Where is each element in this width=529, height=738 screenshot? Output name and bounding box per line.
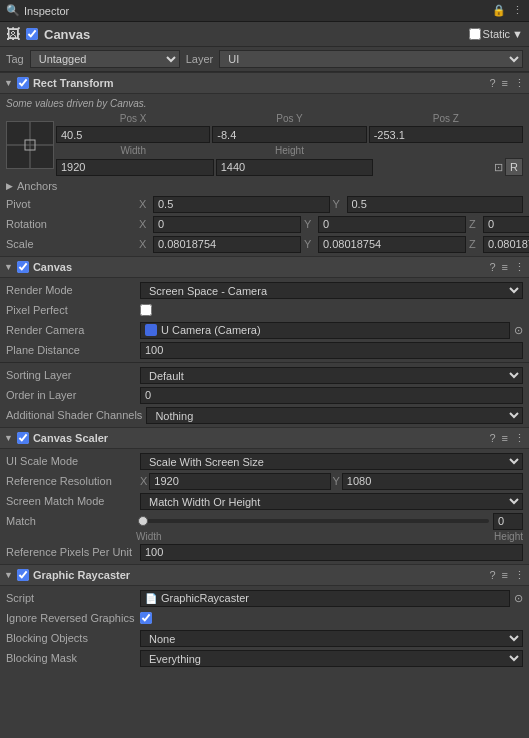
pick-icon[interactable]: ⊙ bbox=[514, 324, 523, 337]
scale-x-input[interactable] bbox=[153, 236, 301, 253]
graphic-raycaster-help-icon[interactable]: ? bbox=[489, 569, 495, 582]
script-value: GraphicRaycaster bbox=[161, 592, 249, 604]
match-slider-track[interactable] bbox=[140, 519, 489, 523]
settings-icon[interactable]: ⋮ bbox=[514, 77, 525, 90]
rot-z-key: Z bbox=[469, 218, 481, 230]
help-icon[interactable]: ? bbox=[489, 77, 495, 90]
canvas-scaler-section-header[interactable]: ▼ Canvas Scaler ? ≡ ⋮ bbox=[0, 427, 529, 449]
additional-shader-dropdown[interactable]: Nothing bbox=[146, 407, 523, 424]
sorting-layer-dropdown[interactable]: Default bbox=[140, 367, 523, 384]
match-label: Match bbox=[6, 515, 136, 527]
order-in-layer-label: Order in Layer bbox=[6, 389, 136, 401]
scale-z-input[interactable] bbox=[483, 236, 529, 253]
rect-transform-props: Some values driven by Canvas. Pos X Pos … bbox=[0, 94, 529, 256]
height-input[interactable] bbox=[216, 159, 374, 176]
canvas-scaler-settings-icon[interactable]: ⋮ bbox=[514, 432, 525, 445]
rect-transform-section-header[interactable]: ▼ Rect Transform ? ≡ ⋮ bbox=[0, 72, 529, 94]
canvas-section-header[interactable]: ▼ Canvas ? ≡ ⋮ bbox=[0, 256, 529, 278]
pivot-y-input[interactable] bbox=[347, 196, 524, 213]
static-checkbox[interactable] bbox=[469, 28, 481, 40]
screen-match-mode-dropdown[interactable]: Match Width Or Height bbox=[140, 493, 523, 510]
pivot-row: Pivot X Y bbox=[0, 194, 529, 214]
blocking-mask-dropdown[interactable]: Everything bbox=[140, 650, 523, 667]
object-icon: 🖼 bbox=[6, 26, 20, 42]
ignore-reversed-checkbox[interactable] bbox=[140, 612, 152, 624]
rect-transform-enabled-checkbox[interactable] bbox=[17, 77, 29, 89]
tag-dropdown[interactable]: Untagged bbox=[30, 50, 180, 68]
graphic-raycaster-presets-icon[interactable]: ≡ bbox=[502, 569, 508, 582]
width-input[interactable] bbox=[56, 159, 214, 176]
rot-z-input[interactable] bbox=[483, 216, 529, 233]
pivot-x-input[interactable] bbox=[153, 196, 330, 213]
canvas-presets-icon[interactable]: ≡ bbox=[502, 261, 508, 274]
rot-y-item: Y bbox=[304, 216, 466, 233]
graphic-raycaster-enabled-checkbox[interactable] bbox=[17, 569, 29, 581]
anchor-svg bbox=[7, 122, 53, 168]
anchors-row[interactable]: ▶ Anchors bbox=[0, 178, 529, 194]
object-enabled-checkbox[interactable] bbox=[26, 28, 38, 40]
screen-match-mode-label: Screen Match Mode bbox=[6, 495, 136, 507]
title-bar-icons: 🔒 ⋮ bbox=[492, 4, 523, 17]
match-slider-thumb[interactable] bbox=[138, 516, 148, 526]
rot-x-input[interactable] bbox=[153, 216, 301, 233]
layer-dropdown[interactable]: UI bbox=[219, 50, 523, 68]
ignore-reversed-row: Ignore Reversed Graphics bbox=[0, 608, 529, 628]
script-field: 📄 GraphicRaycaster bbox=[140, 590, 510, 607]
r-button[interactable]: R bbox=[505, 158, 523, 176]
static-toggle[interactable]: Static ▼ bbox=[469, 28, 523, 40]
scale-z-item: Z bbox=[469, 236, 529, 253]
menu-icon[interactable]: ⋮ bbox=[512, 4, 523, 17]
reference-pixels-input[interactable] bbox=[140, 544, 523, 561]
script-pick-icon[interactable]: ⊙ bbox=[514, 592, 523, 605]
rect-transform-icons: ? ≡ ⋮ bbox=[489, 77, 525, 90]
pivot-y-key: Y bbox=[333, 198, 345, 210]
height-header: Height bbox=[212, 145, 366, 156]
r-button-placeholder bbox=[369, 145, 523, 156]
pos-x-header: Pos X bbox=[56, 113, 210, 124]
additional-shader-label: Additional Shader Channels bbox=[6, 409, 142, 421]
graphic-raycaster-title: Graphic Raycaster bbox=[33, 569, 486, 581]
rot-x-key: X bbox=[139, 218, 151, 230]
match-value-input[interactable] bbox=[493, 513, 523, 530]
static-dropdown-arrow[interactable]: ▼ bbox=[512, 28, 523, 40]
blocking-mask-row: Blocking Mask Everything bbox=[0, 648, 529, 668]
ref-res-y-input[interactable] bbox=[342, 473, 523, 490]
static-label: Static bbox=[483, 28, 511, 40]
scale-y-input[interactable] bbox=[318, 236, 466, 253]
graphic-raycaster-props: Script 📄 GraphicRaycaster ⊙ Ignore Rever… bbox=[0, 586, 529, 670]
canvas-scaler-enabled-checkbox[interactable] bbox=[17, 432, 29, 444]
ref-res-x-input[interactable] bbox=[149, 473, 330, 490]
pos-y-input[interactable] bbox=[212, 126, 366, 143]
script-label: Script bbox=[6, 592, 136, 604]
canvas-help-icon[interactable]: ? bbox=[489, 261, 495, 274]
canvas-scaler-icons: ? ≡ ⋮ bbox=[489, 432, 525, 445]
canvas-scaler-presets-icon[interactable]: ≡ bbox=[502, 432, 508, 445]
graphic-raycaster-settings-icon[interactable]: ⋮ bbox=[514, 569, 525, 582]
ui-scale-mode-label: UI Scale Mode bbox=[6, 455, 136, 467]
reference-pixels-label: Reference Pixels Per Unit bbox=[6, 546, 136, 558]
graphic-raycaster-collapse-icon: ▼ bbox=[4, 570, 13, 580]
ui-scale-mode-row: UI Scale Mode Scale With Screen Size bbox=[0, 451, 529, 471]
pos-z-input[interactable] bbox=[369, 126, 523, 143]
width-header: Width bbox=[56, 145, 210, 156]
canvas-settings-icon[interactable]: ⋮ bbox=[514, 261, 525, 274]
graphic-raycaster-section-header[interactable]: ▼ Graphic Raycaster ? ≡ ⋮ bbox=[0, 564, 529, 586]
rot-y-key: Y bbox=[304, 218, 316, 230]
lock-icon[interactable]: 🔒 bbox=[492, 4, 506, 17]
render-camera-value: U Camera (Camera) bbox=[161, 324, 261, 336]
rot-y-input[interactable] bbox=[318, 216, 466, 233]
canvas-scaler-help-icon[interactable]: ? bbox=[489, 432, 495, 445]
layer-label: Layer bbox=[186, 53, 214, 65]
blocking-mask-label: Blocking Mask bbox=[6, 652, 136, 664]
order-in-layer-input[interactable] bbox=[140, 387, 523, 404]
plane-distance-input[interactable] bbox=[140, 342, 523, 359]
match-width-label: Width bbox=[136, 531, 162, 542]
canvas-enabled-checkbox[interactable] bbox=[17, 261, 29, 273]
render-mode-dropdown[interactable]: Screen Space - Camera bbox=[140, 282, 523, 299]
ui-scale-mode-dropdown[interactable]: Scale With Screen Size bbox=[140, 453, 523, 470]
pixel-perfect-checkbox[interactable] bbox=[140, 304, 152, 316]
presets-icon[interactable]: ≡ bbox=[502, 77, 508, 90]
pos-x-input[interactable] bbox=[56, 126, 210, 143]
object-name: Canvas bbox=[44, 27, 463, 42]
blocking-objects-dropdown[interactable]: None bbox=[140, 630, 523, 647]
